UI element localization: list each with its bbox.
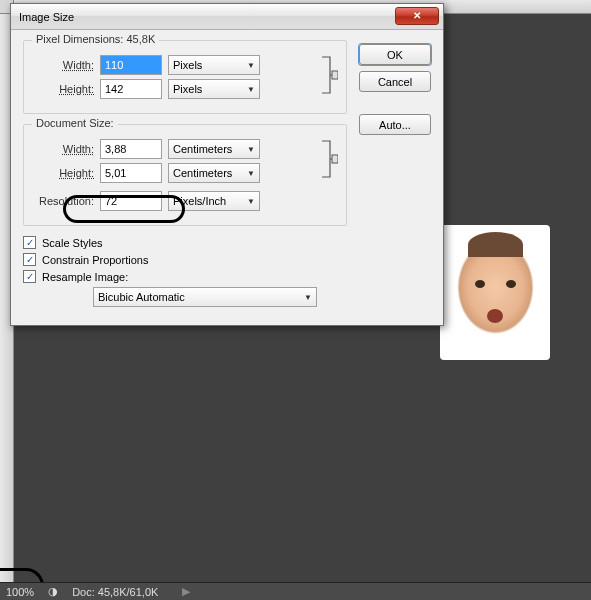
close-icon[interactable]	[395, 7, 439, 25]
pd-height-label: Height:	[32, 83, 94, 95]
svg-rect-0	[332, 71, 338, 79]
chevron-down-icon: ▼	[304, 293, 312, 302]
cancel-button[interactable]: Cancel	[359, 71, 431, 92]
pd-width-unit-select[interactable]: Pixels▼	[168, 55, 260, 75]
resample-method-select[interactable]: Bicubic Automatic▼	[93, 287, 317, 307]
constrain-link-icon[interactable]	[320, 135, 338, 183]
chevron-down-icon: ▼	[247, 145, 255, 154]
constrain-proportions-label: Constrain Proportions	[42, 254, 148, 266]
ds-resolution-unit-select[interactable]: Pixels/Inch▼	[168, 191, 260, 211]
resample-image-label: Resample Image:	[42, 271, 128, 283]
ds-height-label: Height:	[32, 167, 94, 179]
image-size-dialog: Image Size Pixel Dimensions: 45,8K Width…	[10, 3, 444, 326]
auto-button[interactable]: Auto...	[359, 114, 431, 135]
constrain-link-icon[interactable]	[320, 51, 338, 99]
info-icon[interactable]: ◑	[48, 585, 58, 598]
document-size-group: Document Size: Width: Centimeters▼ Heigh…	[23, 124, 347, 226]
pd-width-input[interactable]	[100, 55, 162, 75]
ds-width-unit-select[interactable]: Centimeters▼	[168, 139, 260, 159]
ds-height-input[interactable]	[100, 163, 162, 183]
status-bar: 100% ◑ Doc: 45,8K/61,0K ▶	[0, 582, 591, 600]
dialog-titlebar[interactable]: Image Size	[11, 4, 443, 30]
dialog-title: Image Size	[19, 11, 74, 23]
resample-image-checkbox[interactable]	[23, 270, 36, 283]
ds-width-input[interactable]	[100, 139, 162, 159]
scale-styles-checkbox[interactable]	[23, 236, 36, 249]
document-size-title: Document Size:	[32, 117, 118, 129]
document-canvas[interactable]	[440, 225, 550, 360]
ds-resolution-input[interactable]	[100, 191, 162, 211]
chevron-down-icon: ▼	[247, 85, 255, 94]
pixel-dimensions-title: Pixel Dimensions: 45,8K	[32, 33, 159, 45]
status-arrow-icon[interactable]: ▶	[182, 585, 190, 598]
svg-rect-1	[332, 155, 338, 163]
chevron-down-icon: ▼	[247, 197, 255, 206]
pd-height-unit-select[interactable]: Pixels▼	[168, 79, 260, 99]
pixel-dimensions-group: Pixel Dimensions: 45,8K Width: Pixels▼ H…	[23, 40, 347, 114]
chevron-down-icon: ▼	[247, 61, 255, 70]
zoom-level[interactable]: 100%	[6, 586, 34, 598]
ds-width-label: Width:	[32, 143, 94, 155]
baby-photo	[453, 240, 538, 345]
chevron-down-icon: ▼	[247, 169, 255, 178]
ds-resolution-label: Resolution:	[32, 195, 94, 207]
ok-button[interactable]: OK	[359, 44, 431, 65]
pd-height-input[interactable]	[100, 79, 162, 99]
doc-size-status[interactable]: Doc: 45,8K/61,0K	[72, 586, 158, 598]
constrain-proportions-checkbox[interactable]	[23, 253, 36, 266]
ds-height-unit-select[interactable]: Centimeters▼	[168, 163, 260, 183]
scale-styles-label: Scale Styles	[42, 237, 103, 249]
pd-width-label: Width:	[32, 59, 94, 71]
